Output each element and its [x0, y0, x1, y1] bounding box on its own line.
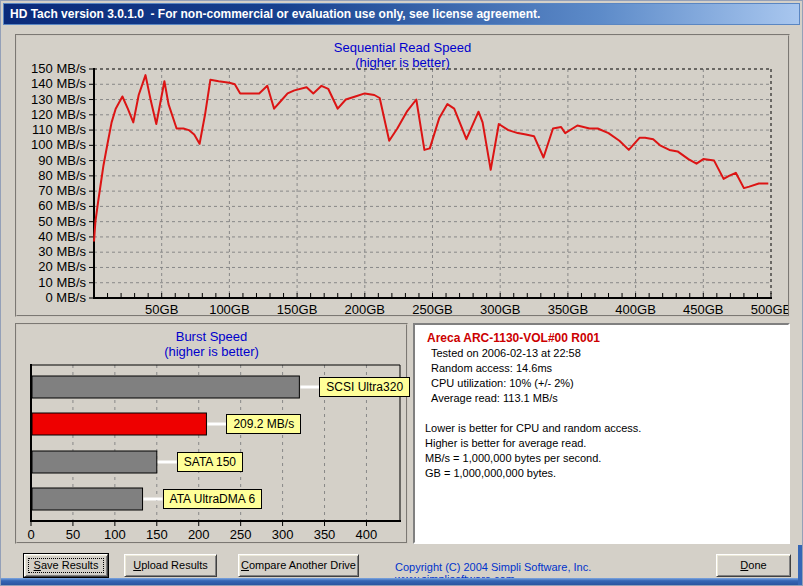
- save-results-label: Save Results: [34, 559, 99, 571]
- svg-text:300GB: 300GB: [480, 302, 520, 315]
- tested-on-text: Tested on 2006-02-13 at 22:58: [431, 346, 778, 361]
- done-button[interactable]: Done: [716, 554, 791, 577]
- svg-text:80 MB/s: 80 MB/s: [38, 168, 86, 183]
- svg-text:70 MB/s: 70 MB/s: [38, 183, 86, 198]
- svg-text:30 MB/s: 30 MB/s: [38, 244, 86, 259]
- sequential-chart-title: Sequential Read Speed: [17, 40, 788, 55]
- svg-text:10 MB/s: 10 MB/s: [38, 275, 86, 290]
- burst-label-box: SCSI Ultra320: [319, 377, 410, 397]
- svg-text:0 MB/s: 0 MB/s: [46, 290, 87, 305]
- burst-label-box: SATA 150: [177, 452, 243, 472]
- hdtach-window: HD Tach version 3.0.1.0 - For non-commer…: [0, 0, 803, 586]
- burst-speed-panel: Burst Speed (higher is better) 050100150…: [15, 323, 408, 544]
- upload-results-button[interactable]: Upload Results: [124, 554, 217, 577]
- svg-text:350GB: 350GB: [548, 302, 588, 315]
- svg-text:110 MB/s: 110 MB/s: [32, 122, 86, 137]
- window-title: HD Tach version 3.0.1.0 - For non-commer…: [4, 4, 799, 24]
- random-access-text: Random access: 14.6ms: [431, 361, 778, 376]
- title-bar[interactable]: HD Tach version 3.0.1.0 - For non-commer…: [3, 3, 800, 25]
- svg-text:40 MB/s: 40 MB/s: [38, 229, 86, 244]
- burst-label-box: 209.2 MB/s: [226, 414, 301, 434]
- svg-text:250GB: 250GB: [412, 302, 452, 315]
- note-gb-definition: GB = 1,000,000,000 bytes.: [425, 466, 778, 481]
- svg-text:500GB: 500GB: [751, 302, 788, 315]
- svg-text:20 MB/s: 20 MB/s: [38, 259, 86, 274]
- save-results-button[interactable]: Save Results: [24, 554, 108, 577]
- note-mbs-definition: MB/s = 1,000,000 bytes per second.: [425, 451, 778, 466]
- done-label: Done: [740, 559, 766, 571]
- svg-text:140 MB/s: 140 MB/s: [31, 76, 86, 91]
- drive-name: Areca ARC-1130-VOL#00 R001: [427, 331, 778, 346]
- svg-text:50 MB/s: 50 MB/s: [38, 214, 86, 229]
- burst-bar-labels: SCSI Ultra320209.2 MB/sSATA 150ATA Ultra…: [17, 325, 406, 542]
- cpu-utilization-text: CPU utilization: 10% (+/- 2%): [431, 376, 778, 391]
- svg-text:90 MB/s: 90 MB/s: [38, 153, 86, 168]
- svg-text:130 MB/s: 130 MB/s: [31, 92, 86, 107]
- average-read-text: Average read: 113.1 MB/s: [431, 391, 778, 406]
- note-higher-better: Higher is better for average read.: [425, 436, 778, 451]
- svg-text:100GB: 100GB: [209, 302, 249, 315]
- window-resize-corner: [798, 545, 802, 585]
- upload-results-label: Upload Results: [133, 559, 208, 571]
- svg-text:120 MB/s: 120 MB/s: [31, 107, 86, 122]
- sequential-read-chart: 0 MB/s10 MB/s20 MB/s30 MB/s40 MB/s50 MB/…: [17, 36, 788, 315]
- svg-text:450GB: 450GB: [683, 302, 723, 315]
- svg-text:200GB: 200GB: [345, 302, 385, 315]
- note-lower-better: Lower is better for CPU and random acces…: [425, 421, 778, 436]
- sequential-read-panel: Sequential Read Speed (higher is better)…: [15, 34, 790, 317]
- drive-info-panel: Areca ARC-1130-VOL#00 R001 Tested on 200…: [413, 323, 790, 544]
- svg-text:100 MB/s: 100 MB/s: [31, 137, 86, 152]
- compare-another-drive-button[interactable]: Compare Another Drive: [238, 554, 359, 577]
- svg-text:50GB: 50GB: [145, 302, 178, 315]
- compare-another-drive-label: Compare Another Drive: [241, 559, 356, 571]
- svg-text:150GB: 150GB: [277, 302, 317, 315]
- sequential-chart-subtitle: (higher is better): [17, 55, 788, 70]
- burst-label-box: ATA UltraDMA 6: [163, 489, 263, 509]
- svg-text:400GB: 400GB: [615, 302, 655, 315]
- svg-text:60 MB/s: 60 MB/s: [38, 198, 86, 213]
- window-bottom-border: [1, 578, 802, 585]
